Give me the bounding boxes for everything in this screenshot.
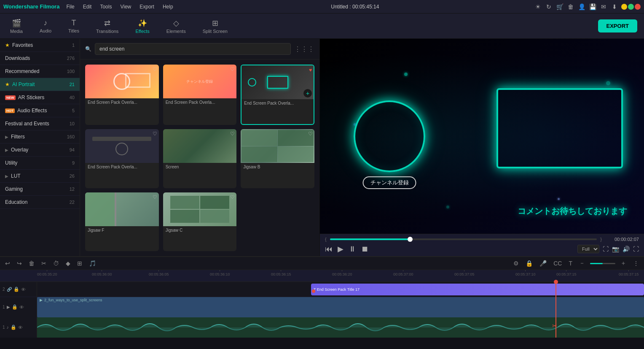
zoom-out-icon[interactable]: －: [577, 259, 587, 268]
lock-icon-video[interactable]: 🔒: [12, 304, 18, 310]
sidebar-item-festival-events[interactable]: Festival and Events 10: [0, 117, 80, 130]
heart-icon-e5[interactable]: ♡: [230, 131, 235, 137]
heart-icon-e3[interactable]: ♥: [309, 67, 312, 73]
zoom-slider[interactable]: [590, 263, 615, 264]
effects-clip[interactable]: T End Screen Pack Title 17: [311, 284, 644, 295]
sun-icon[interactable]: ☀: [534, 3, 542, 10]
sidebar-item-gaming[interactable]: Gaming 12: [0, 183, 80, 196]
pause-button[interactable]: ⏸: [349, 245, 356, 254]
search-input[interactable]: [95, 43, 291, 55]
text-icon[interactable]: T: [567, 259, 574, 268]
download-icon[interactable]: ⬇: [610, 3, 619, 10]
save-icon[interactable]: 💾: [588, 3, 597, 10]
menu-tools[interactable]: Tools: [97, 3, 115, 11]
tab-split-screen[interactable]: ⊞ Split Screen: [199, 17, 231, 35]
stop-button[interactable]: ⏹: [361, 245, 369, 254]
export-button[interactable]: EXPORT: [598, 19, 637, 32]
zoom-settings-icon[interactable]: ⚙: [512, 259, 521, 268]
duration-button[interactable]: ⏱: [51, 259, 61, 268]
heart-icon-e6[interactable]: ♡: [308, 131, 313, 137]
heart-icon-e7[interactable]: ♡: [153, 194, 157, 200]
zoom-in-icon[interactable]: ＋: [619, 259, 628, 268]
mic-icon[interactable]: 🎤: [538, 259, 548, 268]
sidebar-item-downloads[interactable]: Downloads 276: [0, 52, 80, 65]
heart-icon-e2[interactable]: ♡: [230, 66, 235, 72]
cart-icon[interactable]: 🛒: [555, 3, 564, 10]
redo-button[interactable]: ↪: [15, 259, 24, 268]
volume-button[interactable]: 🔊: [623, 246, 630, 252]
more-icon[interactable]: ⋮: [631, 259, 641, 268]
lock-icon-effects[interactable]: 🔒: [13, 287, 19, 292]
fullscreen-button[interactable]: ⛶: [633, 246, 639, 252]
sidebar-item-overlay[interactable]: ▶ Overlay 94: [0, 143, 80, 157]
menu-export[interactable]: Export: [136, 3, 158, 11]
add-icon-e3[interactable]: +: [303, 89, 312, 97]
captions-icon[interactable]: CC: [552, 259, 564, 268]
heart-icon-e4[interactable]: ♡: [153, 131, 157, 137]
elements-icon: ◇: [173, 19, 179, 28]
progress-bar[interactable]: [330, 238, 597, 240]
maximize-button[interactable]: [628, 4, 634, 10]
close-button[interactable]: [635, 4, 641, 10]
multi-button[interactable]: ⊞: [75, 259, 84, 268]
effect-item-e5[interactable]: ♡ Screen: [163, 129, 237, 188]
sidebar-item-audio-effects[interactable]: HOT Audio Effects 5: [0, 104, 80, 117]
screenshot-button[interactable]: 📷: [612, 246, 619, 252]
eye-icon-video[interactable]: 👁: [19, 305, 24, 310]
effect-item-e6[interactable]: ♡ Jigsaw B: [241, 129, 314, 188]
link-icon: 🔗: [7, 287, 12, 292]
tab-transitions[interactable]: ⇄ Transitions: [93, 17, 122, 35]
menu-help[interactable]: Help: [159, 3, 177, 11]
effect-item-e8[interactable]: ♡ Jigsaw C: [163, 192, 237, 251]
track-area-effects: T End Screen Pack Title 17: [37, 282, 644, 297]
play-button[interactable]: ▶: [338, 244, 343, 254]
mail-icon[interactable]: ✉: [599, 3, 608, 10]
quality-select[interactable]: Full 1/2 1/4: [577, 245, 599, 253]
tab-media[interactable]: 🎬 Media: [7, 17, 26, 35]
effect-item-e1[interactable]: ♡ End Screen Pack Overla...: [85, 65, 159, 125]
delete-button[interactable]: 🗑: [27, 259, 36, 268]
effect-item-e4[interactable]: ♡ End Screen Pack Overla...: [85, 129, 159, 188]
sidebar-item-favorites[interactable]: ★ Favorites 1: [0, 39, 80, 52]
lock-icon-audio[interactable]: 🔒: [11, 325, 16, 330]
refresh-icon[interactable]: ↻: [545, 3, 553, 10]
sidebar-item-ai-portrait[interactable]: ★ AI Portrait 21: [0, 78, 80, 91]
sidebar-item-utility[interactable]: Utility 9: [0, 157, 80, 170]
effects-icon: ✨: [138, 19, 147, 28]
sidebar-item-education[interactable]: Education 22: [0, 196, 80, 209]
heart-icon-e1[interactable]: ♡: [153, 66, 157, 72]
grid-toggle-icon[interactable]: ⋮⋮⋮: [294, 45, 314, 53]
user-icon[interactable]: 👤: [577, 3, 586, 10]
tab-elements[interactable]: ◇ Elements: [163, 17, 189, 35]
ruler-mark-3: 00:05:36:10: [210, 270, 230, 276]
transitions-icon: ⇄: [104, 19, 110, 28]
eye-icon-audio[interactable]: 👁: [18, 325, 23, 330]
eye-icon-effects[interactable]: 👁: [21, 287, 26, 292]
tab-effects[interactable]: ✨ Effects: [132, 17, 153, 35]
effect-item-e3[interactable]: ♥ + End Screen Pack Overla...: [241, 65, 314, 125]
sidebar-item-recommended[interactable]: Recommended 100: [0, 65, 80, 78]
trash-icon[interactable]: 🗑: [566, 3, 575, 10]
preview-pane: チャンネル登録 コメントお待ちしております {: [319, 39, 644, 256]
menu-file[interactable]: File: [63, 3, 78, 11]
minimize-button[interactable]: [621, 4, 627, 10]
keyframe-button[interactable]: ◆: [64, 259, 72, 268]
audio-button[interactable]: 🎵: [87, 259, 98, 268]
menu-view[interactable]: View: [117, 3, 134, 11]
cut-button[interactable]: ✂: [40, 259, 48, 268]
snap-icon[interactable]: 🔒: [524, 259, 534, 268]
menu-edit[interactable]: Edit: [80, 3, 95, 11]
skip-back-button[interactable]: ⏮: [325, 245, 333, 254]
progress-thumb[interactable]: [408, 237, 413, 242]
effect-thumb-e5: ♡: [163, 129, 237, 163]
fit-screen-button[interactable]: ⛶: [603, 246, 609, 252]
sidebar-item-filters[interactable]: ▶ Filters 160: [0, 130, 80, 143]
tab-audio[interactable]: ♪ Audio: [36, 17, 55, 35]
sidebar-item-ar-stickers[interactable]: NEW AR Stickers 40: [0, 91, 80, 104]
undo-button[interactable]: ↩: [3, 259, 12, 268]
sidebar-item-lut[interactable]: ▶ LUT 26: [0, 170, 80, 183]
effect-item-e2[interactable]: チャンネル登録 ♡ End Screen Pack Overla...: [163, 65, 237, 125]
effect-item-e7[interactable]: ♡ Jigsaw F: [85, 192, 159, 251]
heart-icon-e8[interactable]: ♡: [230, 194, 235, 200]
tab-titles[interactable]: T Titles: [65, 17, 83, 35]
